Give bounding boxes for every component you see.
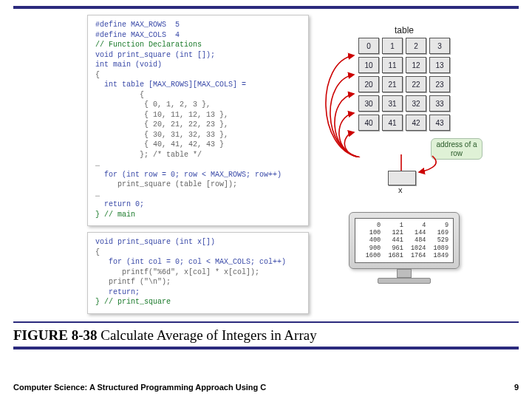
pointer-box <box>388 171 416 185</box>
array-cell: 40 <box>358 115 379 131</box>
address-label: address of a row <box>431 138 482 160</box>
caption-title: Calculate Average of Integers in Array <box>100 327 316 343</box>
footer-left: Computer Science: A Structured Programmi… <box>13 383 266 392</box>
monitor-base <box>378 278 431 284</box>
visualization-column: table 0123101112132021222330313233404142… <box>327 15 482 284</box>
array-cell: 30 <box>358 95 379 112</box>
array-cell: 41 <box>382 115 403 131</box>
array-cell: 23 <box>429 76 450 92</box>
footer-page-number: 9 <box>514 383 519 392</box>
array-cell: 21 <box>382 76 403 92</box>
array-cell: 43 <box>429 115 450 131</box>
rule-top <box>13 6 519 9</box>
output-screen: 0 1 4 9 100 121 144 169 400 441 484 529 … <box>355 218 454 263</box>
array-cell: 3 <box>429 38 450 54</box>
code-main-card: #define MAX_ROWS 5 #define MAX_COLS 4 //… <box>87 15 309 226</box>
pointer-var-label: x <box>398 185 403 194</box>
array-cell: 12 <box>406 57 426 73</box>
array-cell: 10 <box>358 57 379 73</box>
array-cell: 11 <box>382 57 403 73</box>
footer: Computer Science: A Structured Programmi… <box>13 383 519 392</box>
code-column: #define MAX_ROWS 5 #define MAX_COLS 4 //… <box>87 15 309 314</box>
table-label: table <box>327 25 482 35</box>
monitor-shell: 0 1 4 9 100 121 144 169 400 441 484 529 … <box>349 212 460 269</box>
address-pointer-group: address of a row x <box>352 153 456 205</box>
rule-bot <box>13 347 519 349</box>
array-grid: 012310111213202122233031323340414243 <box>358 38 450 131</box>
page: #define MAX_ROWS 5 #define MAX_COLS 4 //… <box>0 0 532 349</box>
array-cell: 0 <box>358 38 379 54</box>
array-cell: 22 <box>406 76 426 92</box>
array-cell: 33 <box>429 95 450 112</box>
array-cell: 2 <box>406 38 426 54</box>
array-cell: 42 <box>406 115 426 131</box>
rule-mid <box>13 321 519 323</box>
figure-area: #define MAX_ROWS 5 #define MAX_COLS 4 //… <box>13 13 519 314</box>
array-grid-wrap: 012310111213202122233031323340414243 <box>352 38 456 131</box>
array-cell: 20 <box>358 76 379 92</box>
array-cell: 13 <box>429 57 450 73</box>
array-cell: 1 <box>382 38 403 54</box>
code-func-card: void print_square (int x[]) { for (int c… <box>87 232 309 314</box>
array-cell: 32 <box>406 95 426 112</box>
array-cell: 31 <box>382 95 403 112</box>
figure-caption: FIGURE 8-38 Calculate Average of Integer… <box>13 327 519 344</box>
monitor-stand <box>397 269 412 278</box>
caption-label: FIGURE 8-38 <box>13 327 97 343</box>
output-monitor: 0 1 4 9 100 121 144 169 400 441 484 529 … <box>349 212 460 284</box>
